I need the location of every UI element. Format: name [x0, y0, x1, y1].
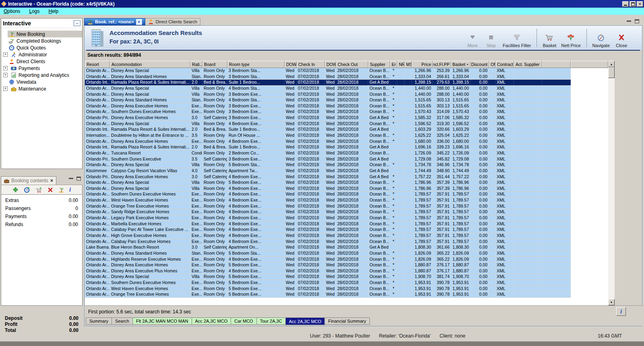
- expand-toggle[interactable]: +: [3, 86, 8, 91]
- sidebar-collapse-button[interactable]: −: [74, 20, 80, 26]
- table-row[interactable]: Orlando Pri...Southern Dunes Executive3.…: [85, 157, 571, 163]
- basket-arrow-icon[interactable]: [35, 187, 42, 193]
- column-header-er[interactable]: Er: [390, 61, 397, 68]
- section-tab-acc-2a-3c-mco[interactable]: Acc 2A,3C MCO: [285, 317, 325, 325]
- table-row[interactable]: Orlando Ar...Disney Area SpecialVillaRoo…: [85, 186, 571, 192]
- sidebar-item-viewdata[interactable]: Viewdata: [1, 78, 82, 85]
- column-header-accommodation[interactable]: Accommodation: [110, 61, 190, 68]
- palm-tree-icon[interactable]: [58, 187, 64, 193]
- table-row[interactable]: Orlando Ar...Legacy Park Executive Homes…: [85, 215, 571, 221]
- menu-item-logs[interactable]: Logs: [29, 8, 39, 14]
- sidebar-item-administrator[interactable]: +Administrator: [1, 51, 82, 58]
- section-tab-summary[interactable]: Summary: [86, 317, 112, 325]
- info-button[interactable]: i: [616, 307, 626, 316]
- vertical-scrollbar[interactable]: ▲ ▼: [608, 61, 615, 305]
- column-header-nr[interactable]: NR: [397, 61, 405, 68]
- plus-icon[interactable]: [12, 187, 19, 193]
- table-row[interactable]: Orlando Int...Ramada Plaza Resort & Suit…: [85, 144, 571, 150]
- table-row[interactable]: Orlando Ar...Disney Area Standard HomesS…: [85, 251, 571, 257]
- close-button[interactable]: ×: [637, 1, 643, 7]
- section-tab-acc-2a-3c-mco[interactable]: Acc 2A,3C MCO: [192, 317, 231, 325]
- table-row[interactable]: Orlando Ar...Highlands Reserve Executive…: [85, 257, 571, 263]
- scrollbar-thumb[interactable]: [608, 67, 615, 78]
- column-header-check-in[interactable]: Check In: [297, 61, 325, 68]
- table-row[interactable]: Orlando Ar...High Grove Executive HomesE…: [85, 233, 571, 239]
- scroll-down-icon[interactable]: ▼: [608, 299, 615, 305]
- info-icon[interactable]: i: [69, 187, 71, 193]
- column-header-ms[interactable]: MS: [405, 61, 412, 68]
- sidebar-item-new-booking[interactable]: New Booking: [1, 31, 82, 37]
- table-row[interactable]: Lake Buena...Blue Heron Beach Resort3.0S…: [85, 245, 571, 251]
- column-header-dow-out[interactable]: DOW: [325, 61, 336, 68]
- tab-direct-clients-search[interactable]: Direct Clients Search: [145, 18, 200, 25]
- column-header-room-type[interactable]: Room type: [227, 61, 285, 68]
- table-row[interactable]: Orlando Ar...West Haven Executive HomesE…: [85, 286, 571, 292]
- column-header-of[interactable]: Of: [489, 61, 495, 68]
- table-row[interactable]: Orlando Ar...Southern Dunes Executive Ho…: [85, 109, 571, 115]
- minimize-button[interactable]: [622, 1, 629, 7]
- menu-item-help[interactable]: Help: [48, 8, 58, 14]
- sidebar-item-payments[interactable]: +$Payments: [1, 65, 82, 72]
- column-header-incl-fl-pp[interactable]: Incl.Fl.PP: [433, 61, 451, 68]
- expand-toggle[interactable]: +: [3, 73, 8, 77]
- table-row[interactable]: Orlando Int...Ramada Plaza Resort & Suit…: [85, 127, 571, 133]
- section-tab-search[interactable]: Search: [111, 317, 133, 325]
- table-row[interactable]: Orlando Ar...Disney Area Executive Homes…: [85, 262, 571, 268]
- table-row[interactable]: Orlando Ar...Southern Dunes Executive Ho…: [85, 192, 571, 198]
- stop-button[interactable]: Stop: [484, 28, 498, 48]
- table-row[interactable]: Orlando Ar...Calabay Parc At Tower Lake …: [85, 227, 571, 233]
- section-tab-car-mco[interactable]: Car MCO: [231, 317, 256, 325]
- column-header-basket[interactable]: Basket▼: [451, 61, 471, 68]
- table-row[interactable]: Orlando Ar...Southern Dunes Executive Ho…: [85, 280, 571, 286]
- expand-toggle[interactable]: +: [3, 52, 8, 57]
- delete-x-icon[interactable]: [47, 187, 53, 193]
- table-row[interactable]: Orlando Ar...Tuscana ResortCondoRoom Onl…: [85, 150, 571, 157]
- panel-maximize-icon[interactable]: [76, 177, 81, 181]
- section-tab-flt-2a-3c-man-mco-man[interactable]: Flt 2A,3C MAN MCO MAN: [132, 317, 192, 325]
- column-header-act-supplier[interactable]: Act. Supplier: [514, 61, 542, 68]
- booking-contents-close-icon[interactable]: ×: [50, 179, 53, 183]
- table-row[interactable]: Orlando Ar...Disney Area SpecialVillaRoo…: [85, 68, 571, 74]
- navigate-button[interactable]: Navigate: [592, 28, 610, 48]
- scroll-up-icon[interactable]: ▲: [608, 61, 615, 67]
- tab-close-icon[interactable]: ×: [136, 19, 142, 25]
- sidebar-item-direct-clients[interactable]: Direct Clients: [1, 58, 82, 65]
- nett-price-button[interactable]: Nett Price: [561, 28, 580, 48]
- table-row[interactable]: KissimmeeCalypso Cay Resort Vacation Vil…: [85, 168, 571, 174]
- table-row[interactable]: Orlando Ar...Sandy Ridge Executive Homes…: [85, 209, 571, 215]
- column-header-resort[interactable]: Resort: [85, 61, 110, 68]
- booking-contents-tab[interactable]: Booking contents ×: [1, 176, 56, 185]
- table-row[interactable]: Orlando Ar...Disney Area SpecialVillaRoo…: [85, 121, 571, 127]
- sidebar-item-quick-quotes[interactable]: Quick Quotes: [1, 44, 82, 51]
- table-row[interactable]: Orlando Ar...Disney Area SpecialVillaRoo…: [85, 180, 571, 186]
- table-row[interactable]: Orlando Ar...West Haven Executive HomesE…: [85, 198, 571, 204]
- clock-globe-icon[interactable]: [24, 187, 30, 193]
- scrollbar-track[interactable]: [608, 67, 615, 299]
- tabgroup-minimize-icon[interactable]: [627, 21, 631, 22]
- column-header-supplier[interactable]: Supplier: [368, 61, 390, 68]
- expand-toggle[interactable]: +: [3, 66, 8, 70]
- table-row[interactable]: Internation...Doubletree by Hilton at th…: [85, 133, 571, 139]
- column-header-contract[interactable]: Contract: [495, 61, 514, 68]
- sidebar-item-completed-bookings[interactable]: Completed Bookings: [1, 37, 82, 44]
- tabgroup-maximize-icon[interactable]: [635, 19, 639, 23]
- section-tab-tour-2a-3c[interactable]: Tour 2A,3C: [256, 317, 286, 325]
- table-row[interactable]: Orlando Ar...Disney Area SpecialVillaRoo…: [85, 86, 571, 92]
- table-row[interactable]: Orlando Ar...Disney Area Standard HomesS…: [85, 74, 571, 80]
- table-row[interactable]: Orlando Ar...Orange Tree Executive Homes…: [85, 204, 571, 210]
- more-button[interactable]: More: [466, 28, 479, 48]
- table-row[interactable]: Orlando Ar...Disney Area Executive Homes…: [85, 103, 571, 109]
- column-header-dow-in[interactable]: DOW: [285, 61, 297, 68]
- basket-button[interactable]: Basket: [543, 28, 556, 48]
- menu-item-options[interactable]: Options: [4, 8, 20, 14]
- table-row[interactable]: Orlando Ar...Disney Area SpecialVillaRoo…: [85, 92, 571, 98]
- section-tab-financial-summary[interactable]: Financial Summary: [324, 317, 369, 325]
- table-row[interactable]: Orlando Ar...Calabay Parc Executive Home…: [85, 239, 571, 245]
- column-header-price[interactable]: Price: [412, 61, 433, 68]
- column-header-discount[interactable]: Discount: [471, 61, 489, 68]
- table-row[interactable]: Orlando Ar...Disney Area Standard HomesS…: [85, 97, 571, 103]
- table-row[interactable]: Orlando Pri...Disney Area Executive Home…: [85, 115, 571, 121]
- close-button[interactable]: Close: [615, 28, 628, 48]
- table-row[interactable]: Orlando Ar...Disney Area Executive Homes…: [85, 139, 571, 145]
- table-row[interactable]: Orlando Ar...Disney Area SpecialVillaRoo…: [85, 162, 571, 168]
